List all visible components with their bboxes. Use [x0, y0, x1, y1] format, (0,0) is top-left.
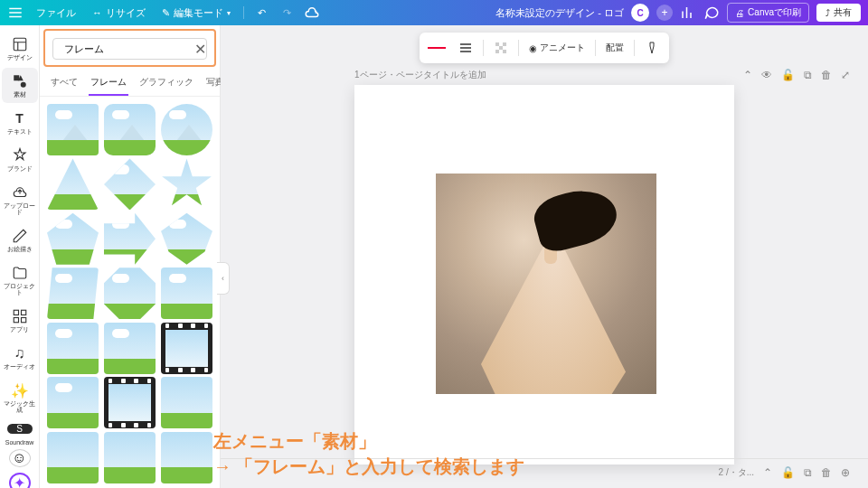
page-delete-icon[interactable]: 🗑	[821, 69, 832, 81]
pencil-icon	[12, 228, 28, 244]
frame-torn[interactable]	[47, 323, 99, 374]
tab-all[interactable]: すべて	[49, 70, 80, 96]
frame-arrow[interactable]	[104, 213, 156, 265]
search-input[interactable]	[64, 43, 189, 54]
page-duplicate-icon[interactable]: ⧉	[804, 69, 812, 81]
svg-rect-3	[14, 310, 18, 314]
frame-film-h[interactable]	[104, 377, 156, 428]
frame-extra1[interactable]	[47, 432, 99, 483]
frame-blob[interactable]	[104, 267, 156, 319]
bottom-label[interactable]: 2 /・タ...	[719, 466, 754, 479]
analytics-icon[interactable]	[680, 5, 696, 21]
border-weight-button[interactable]	[452, 36, 479, 60]
frame-extra3[interactable]	[161, 432, 212, 483]
position-button[interactable]: 配置	[599, 37, 630, 59]
rail-brand[interactable]: ブランド	[2, 142, 38, 177]
rail-apps[interactable]: アプリ	[2, 303, 38, 338]
frame-torn2[interactable]	[104, 323, 156, 374]
cloud-sync-icon[interactable]	[304, 5, 320, 21]
comment-icon[interactable]	[703, 5, 720, 21]
svg-rect-10	[499, 46, 503, 50]
frame-circle[interactable]	[161, 104, 212, 155]
svg-rect-4	[21, 310, 25, 314]
music-icon: ♫	[12, 345, 28, 361]
tutorial-annotation: 左メニュー「素材」 →「フレーム」と入力して検索します	[213, 428, 524, 479]
bottom-lock-icon[interactable]: 🔓	[781, 466, 795, 479]
rail-draw[interactable]: お絵描き	[2, 222, 38, 258]
canvas-area: ◉アニメート 配置 1ページ・ページタイトルを追加 ⌃ 👁 🔓 ⧉ 🗑 ⤢ 2 …	[221, 25, 868, 488]
soundraw-label: Soundraw	[5, 439, 34, 446]
text-icon: T	[12, 110, 28, 127]
rail-elements[interactable]: 素材	[2, 68, 38, 103]
rail-soundraw[interactable]: S	[7, 424, 33, 434]
transparency-button[interactable]	[487, 36, 514, 60]
frame-pin[interactable]	[161, 213, 212, 265]
rail-text[interactable]: Tテキスト	[2, 105, 38, 140]
search-highlight: ✕	[43, 29, 216, 67]
svg-rect-8	[495, 42, 499, 46]
bottom-up-icon[interactable]: ⌃	[763, 466, 772, 479]
frame-triangle[interactable]	[47, 158, 99, 210]
frame-square2[interactable]	[47, 377, 99, 428]
topbar: ファイル ↔リサイズ ✎編集モード▾ ↶ ↷ 名称未設定のデザイン - ロゴ C…	[0, 0, 868, 25]
format-painter-button[interactable]	[638, 36, 665, 60]
frame-extra2[interactable]	[104, 432, 156, 483]
rail-help[interactable]: ☺	[9, 449, 31, 467]
print-button[interactable]: 🖨Canvaで印刷	[727, 3, 809, 23]
svg-rect-6	[21, 318, 25, 323]
hamburger-icon[interactable]	[7, 5, 24, 21]
frame-pentagon[interactable]	[47, 213, 99, 265]
frame-parallelogram[interactable]	[47, 267, 99, 319]
panel-collapse-button[interactable]: ‹	[217, 262, 230, 295]
rail-upload[interactable]: アップロード	[2, 179, 38, 221]
page-header[interactable]: 1ページ・ページタイトルを追加	[354, 69, 486, 81]
svg-rect-11	[495, 50, 499, 53]
page-expand-icon[interactable]: ⤢	[841, 69, 850, 81]
document-title[interactable]: 名称未設定のデザイン - ロゴ	[495, 6, 624, 20]
rail-magic[interactable]: ✨マジック生成	[2, 377, 38, 418]
frames-grid	[40, 97, 220, 488]
bottom-duplicate-icon[interactable]: ⧉	[804, 466, 812, 479]
resize-menu[interactable]: ↔リサイズ	[89, 4, 149, 23]
arrow-icon: →	[213, 456, 231, 476]
color-none-button[interactable]	[423, 36, 450, 60]
frame-square[interactable]	[47, 104, 99, 155]
bottom-delete-icon[interactable]: 🗑	[821, 466, 832, 479]
rail-design[interactable]: デザイン	[2, 31, 38, 66]
search-box[interactable]: ✕	[52, 38, 207, 60]
clear-icon[interactable]: ✕	[194, 42, 206, 55]
page-lock-icon[interactable]: 🔓	[781, 69, 795, 81]
add-member-button[interactable]: +	[656, 5, 673, 21]
frame-cloud[interactable]	[161, 267, 212, 319]
redo-icon[interactable]: ↷	[278, 5, 295, 21]
edit-mode-menu[interactable]: ✎編集モード▾	[158, 4, 234, 23]
svg-point-2	[20, 82, 25, 88]
category-tabs: すべて フレーム グラフィック 写真 動画 ›	[40, 70, 220, 97]
design-page[interactable]	[354, 85, 734, 465]
frame-film-v[interactable]	[161, 323, 212, 374]
undo-icon[interactable]: ↶	[253, 5, 269, 21]
tabs-scroll-right-icon[interactable]: ›	[215, 76, 218, 86]
svg-rect-9	[503, 42, 506, 46]
frame-window[interactable]	[161, 377, 212, 428]
wand-icon: ✨	[12, 382, 28, 399]
rail-audio[interactable]: ♫オーディオ	[2, 340, 38, 375]
template-icon	[12, 36, 28, 52]
placed-image[interactable]	[436, 174, 656, 394]
page-up-icon[interactable]: ⌃	[743, 69, 752, 81]
bottom-add-icon[interactable]: ⊕	[841, 466, 850, 479]
page-visibility-icon[interactable]: 👁	[761, 69, 772, 81]
animate-button[interactable]: ◉アニメート	[523, 37, 591, 59]
svg-rect-0	[14, 38, 26, 51]
frame-rounded[interactable]	[104, 104, 156, 155]
frame-star[interactable]	[161, 158, 212, 210]
rail-sparkle[interactable]: ✦	[9, 473, 31, 488]
tab-frame[interactable]: フレーム	[89, 70, 128, 96]
share-button[interactable]: ⤴共有	[816, 4, 861, 22]
divider	[243, 6, 244, 19]
file-menu[interactable]: ファイル	[33, 4, 80, 23]
tab-graphic[interactable]: グラフィック	[137, 70, 195, 96]
rail-projects[interactable]: プロジェクト	[2, 259, 38, 301]
avatar[interactable]: C	[631, 4, 649, 22]
frame-diamond[interactable]	[104, 158, 156, 210]
